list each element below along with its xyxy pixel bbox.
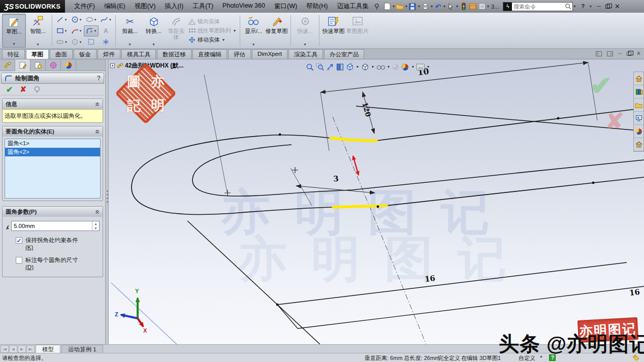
- save-icon[interactable]: [408, 2, 417, 11]
- view-orientation-icon[interactable]: [345, 62, 355, 71]
- view-settings-dropdown[interactable]: ▾: [427, 64, 429, 69]
- file-properties-icon[interactable]: [477, 2, 486, 11]
- slot-tool[interactable]: ▾: [54, 37, 69, 48]
- apply-scene-icon[interactable]: [401, 63, 410, 71]
- edit-appearance-icon[interactable]: [392, 63, 400, 71]
- confirm-ok-icon[interactable]: ✔: [590, 71, 613, 101]
- radius-up-button[interactable]: ▲: [92, 221, 99, 226]
- tab-data-migration[interactable]: 数据迁移: [157, 49, 191, 59]
- close-button[interactable]: ✕: [615, 3, 620, 10]
- help-dropdown[interactable]: ▾: [590, 4, 592, 9]
- tab-sheet-metal[interactable]: 钣金: [74, 49, 96, 59]
- spline-tool[interactable]: ▾: [99, 14, 113, 25]
- options-icon[interactable]: [468, 2, 477, 11]
- rapid-sketch-button[interactable]: 快速草图: [321, 14, 345, 48]
- file-explorer-icon[interactable]: [634, 98, 643, 112]
- cancel-button[interactable]: ✘: [20, 85, 26, 94]
- quick-snaps-button[interactable]: 快速... ▾: [293, 14, 317, 48]
- undo-icon[interactable]: ↶: [434, 2, 442, 11]
- tab-render-tools[interactable]: 渲染工具: [288, 49, 323, 59]
- dimension-16b[interactable]: 16: [629, 287, 640, 298]
- text-tool[interactable]: A: [99, 25, 113, 37]
- entities-section-header[interactable]: 要圆角化的实体(E): [3, 126, 103, 137]
- mirror-entities-button[interactable]: ! 镜向实体: [188, 18, 236, 25]
- save-dropdown[interactable]: ▾: [418, 4, 420, 9]
- toolbar-overflow[interactable]: 3...: [491, 4, 499, 10]
- linear-pattern-dropdown[interactable]: ▾: [234, 28, 236, 33]
- sketch-button-dropdown[interactable]: ▾: [13, 42, 15, 46]
- restore-button[interactable]: [605, 5, 610, 9]
- configuration-manager-tab[interactable]: [30, 59, 46, 71]
- property-manager-tab[interactable]: [15, 59, 30, 71]
- menu-file[interactable]: 文件(F): [70, 1, 99, 12]
- splitter-grip[interactable]: [107, 190, 108, 204]
- tab-mold-tools[interactable]: 模具工具: [121, 49, 156, 59]
- tab-scroll-first[interactable]: |◀: [1, 345, 9, 353]
- tab-scroll-last[interactable]: ▶|: [26, 345, 35, 353]
- circle-tool[interactable]: ▾: [69, 14, 84, 25]
- feature-tree-tab[interactable]: [0, 59, 15, 71]
- menu-edit[interactable]: 编辑(E): [100, 1, 130, 12]
- menu-help[interactable]: 帮助(H): [302, 1, 332, 12]
- tab-features[interactable]: 特征: [2, 49, 25, 59]
- select-cursor-icon[interactable]: [446, 2, 455, 11]
- construction-centerline[interactable]: [333, 117, 426, 344]
- move-entities-button[interactable]: 移动实体 ▾: [188, 36, 236, 44]
- pane-left-icon[interactable]: [596, 51, 602, 56]
- command-help-icon[interactable]: ?: [97, 75, 101, 82]
- display-manager-tab[interactable]: [61, 59, 76, 71]
- tab-evaluate[interactable]: 评估: [228, 49, 251, 59]
- search-input[interactable]: [512, 4, 565, 10]
- help-icon[interactable]: ?: [581, 4, 585, 9]
- menu-maidi-tools[interactable]: 迈迪工具集: [333, 1, 373, 12]
- sketch-picture-button[interactable]: 草图图片: [345, 14, 369, 48]
- rebuild-stoplight-icon[interactable]: [459, 2, 468, 11]
- select-dropdown[interactable]: ▾: [456, 4, 458, 9]
- dimxpert-manager-tab[interactable]: [46, 59, 61, 71]
- tab-direct-editing[interactable]: 直接编辑: [192, 49, 227, 59]
- quick-snaps-dropdown[interactable]: ▾: [304, 42, 306, 47]
- sketch-points[interactable]: [276, 117, 595, 306]
- bottom-quad-left-edge[interactable]: [277, 305, 298, 328]
- paperclip-inner-wire[interactable]: [192, 145, 644, 196]
- arc-tool[interactable]: ▾: [69, 25, 84, 37]
- section-view-icon[interactable]: [336, 63, 344, 71]
- ellipse-tool[interactable]: ▾: [84, 14, 99, 25]
- entity-item-1[interactable]: 圆角<1>: [5, 139, 100, 148]
- model-tab[interactable]: 模型: [36, 345, 60, 353]
- hide-show-dropdown[interactable]: ▾: [388, 64, 390, 69]
- tab-sketch[interactable]: 草图: [26, 49, 49, 59]
- entity-item-2-selected[interactable]: 圆角<2>: [5, 148, 100, 156]
- paperclip-top-line[interactable]: [356, 106, 644, 131]
- info-section-header[interactable]: 信息: [3, 99, 103, 109]
- menu-window[interactable]: 窗口(W): [270, 1, 301, 12]
- undo-dropdown[interactable]: ▾: [443, 4, 445, 9]
- convert-entities-button[interactable]: 转换... ▾: [142, 14, 166, 48]
- menu-pin-icon[interactable]: [374, 3, 380, 10]
- tab-office-products[interactable]: 办公室产品: [324, 49, 365, 59]
- trim-dropdown[interactable]: ▾: [128, 42, 131, 47]
- zoom-area-icon[interactable]: [316, 63, 325, 71]
- rectangle-tool[interactable]: ▾: [54, 25, 69, 37]
- tab-dimxpert[interactable]: DimXpert: [252, 49, 287, 59]
- panel-splitter[interactable]: [105, 59, 109, 344]
- display-style-dropdown[interactable]: ▾: [372, 64, 374, 69]
- dimension-3[interactable]: 3: [291, 168, 375, 206]
- zoom-fit-icon[interactable]: [306, 63, 314, 71]
- hide-show-items-icon[interactable]: [376, 63, 385, 71]
- fillet-highlight-1[interactable]: [331, 138, 376, 141]
- pane-right-icon[interactable]: [607, 51, 613, 56]
- dynamic-mirror-tool[interactable]: [84, 37, 99, 48]
- preview-icon[interactable]: [34, 86, 41, 93]
- sketch-button[interactable]: 草图... ▾: [2, 14, 26, 48]
- smart-dimension-dropdown[interactable]: ▾: [37, 42, 39, 47]
- smart-dimension-button[interactable]: 智能... ▾: [26, 14, 50, 48]
- dimension-120[interactable]: 120: [361, 92, 374, 134]
- appearances-icon[interactable]: [634, 125, 643, 138]
- custom-properties-icon[interactable]: [634, 138, 643, 151]
- display-relations-button[interactable]: 显示/... ▾: [242, 14, 265, 48]
- ok-button[interactable]: ✔: [6, 85, 13, 94]
- menu-view[interactable]: 视图(V): [131, 1, 160, 12]
- radius-input[interactable]: [12, 221, 92, 231]
- view-settings-icon[interactable]: [416, 63, 425, 71]
